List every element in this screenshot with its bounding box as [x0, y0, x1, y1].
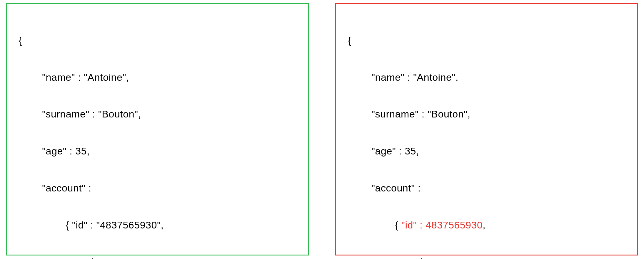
code-line: "savings" : 1900500, — [19, 253, 296, 259]
code-line: "surname" : "Bouton", — [348, 105, 625, 123]
code-line: "surname" : "Bouton", — [19, 105, 296, 123]
code-line: { — [348, 31, 625, 50]
code-line: "account" : — [348, 179, 625, 197]
code-line: { — [19, 31, 296, 50]
json-box-invalid: { "name" : "Antoine", "surname" : "Bouto… — [335, 3, 638, 255]
code-text: , — [161, 219, 163, 231]
code-text: , — [483, 219, 485, 231]
code-line: "age" : 35, — [19, 142, 296, 160]
code-line: { "id" : "4837565930", — [19, 216, 296, 234]
code-line: "account" : — [19, 179, 296, 197]
code-text: { — [395, 219, 401, 231]
code-line: "age" : 35, — [348, 142, 625, 160]
code-text: "id" : "4837565930" — [72, 219, 161, 231]
code-line: "name" : "Antoine", — [348, 68, 625, 87]
json-box-valid: { "name" : "Antoine", "surname" : "Bouto… — [6, 3, 309, 255]
code-line: "name" : "Antoine", — [19, 68, 296, 87]
code-text: { — [66, 219, 72, 231]
code-line: "savings" : 1900500, — [348, 253, 625, 259]
error-highlight: "id" : 4837565930 — [401, 219, 483, 231]
code-line: { "id" : 4837565930, — [348, 216, 625, 234]
